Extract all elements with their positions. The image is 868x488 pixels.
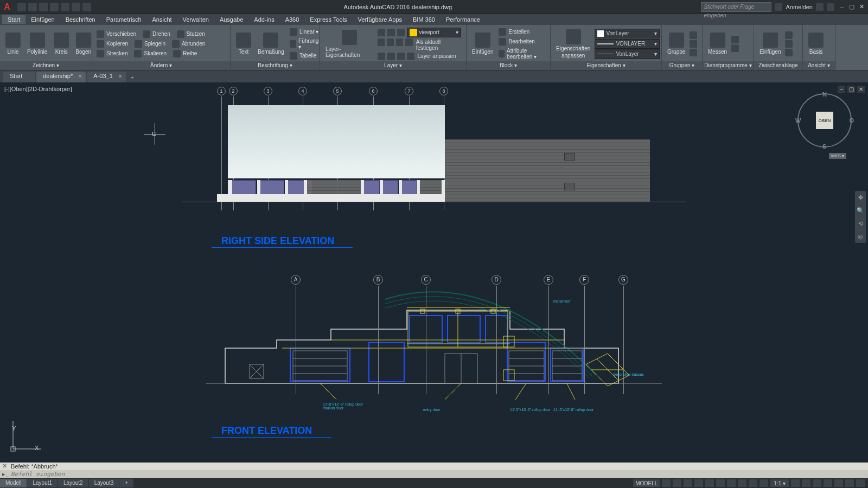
filetab-close-icon[interactable]: ✕ (78, 74, 82, 79)
copy-clip-icon[interactable] (785, 40, 793, 48)
layer-icon-3[interactable] (378, 38, 385, 46)
layer-icon-6[interactable] (405, 38, 412, 46)
viewcube-e[interactable]: O (849, 117, 854, 124)
group-ungroup-icon[interactable] (690, 40, 697, 48)
layer-freeze-icon[interactable] (387, 29, 395, 36)
panel-block-title[interactable]: Block ▾ (467, 61, 550, 70)
dynamic-toggle-icon[interactable] (760, 479, 768, 487)
filetab-start[interactable]: Start (3, 72, 35, 82)
viewcube[interactable]: N S O W OBEN (797, 93, 852, 147)
layer-icon-8[interactable] (387, 53, 395, 60)
qat-save-icon[interactable] (39, 3, 48, 11)
cmd-close-icon[interactable]: ✕ (2, 463, 9, 470)
stretch-button[interactable]: Strecken (95, 49, 129, 58)
measure-button[interactable]: Messen (706, 31, 729, 56)
matchlayer-button[interactable]: Layer anpassen (417, 53, 457, 60)
copy-button[interactable]: Kopieren (95, 40, 129, 48)
lweight-toggle-icon[interactable] (727, 479, 736, 487)
layer-icon-4[interactable] (387, 38, 394, 46)
cycling-toggle-icon[interactable] (749, 479, 757, 487)
app-logo[interactable]: A (0, 0, 14, 14)
panel-anno-title[interactable]: Beschriftung ▾ (231, 61, 320, 70)
arc-button[interactable]: Bogen (73, 31, 93, 56)
layer-lock-icon[interactable] (397, 29, 405, 36)
zoom-icon[interactable]: 🔍 (855, 204, 866, 217)
color-dropdown[interactable]: VonLayer▾ (595, 29, 660, 38)
ortho-toggle-icon[interactable] (684, 479, 692, 487)
linetype-dropdown[interactable]: VonLayer▾ (595, 49, 660, 59)
filetab-close-icon[interactable]: ✕ (118, 74, 123, 79)
qat-undo-icon[interactable] (72, 3, 80, 11)
util-icon-1[interactable] (731, 36, 739, 43)
command-input[interactable] (11, 471, 866, 478)
tab-beschriften[interactable]: Beschriften (60, 15, 101, 24)
status-model[interactable]: MODELL (633, 479, 660, 487)
add-layout-button[interactable]: + (119, 479, 133, 487)
group-edit-icon[interactable] (690, 31, 697, 39)
layer-dropdown[interactable]: viewport▾ (407, 28, 461, 37)
exchange-icon[interactable] (816, 3, 824, 11)
rotate-button[interactable]: Drehen (142, 30, 171, 38)
minimize-button[interactable]: – (838, 3, 846, 11)
grid-toggle-icon[interactable] (662, 479, 671, 487)
trim-button[interactable]: Stutzen (176, 30, 206, 38)
filetab-dealership[interactable]: dealership*✕ (36, 72, 86, 82)
annotation-monitor-icon[interactable] (813, 479, 821, 487)
help-icon[interactable] (827, 3, 834, 11)
customize-icon[interactable] (856, 479, 865, 487)
tab-performance[interactable]: Performance (441, 15, 486, 24)
tab-verwalten[interactable]: Verwalten (177, 15, 214, 24)
array-button[interactable]: Reihe (172, 49, 198, 58)
layer-icon-9[interactable] (397, 53, 405, 60)
tab-model[interactable]: Modell (0, 479, 27, 487)
qat-open-icon[interactable] (28, 3, 37, 11)
qat-redo-icon[interactable] (82, 3, 91, 11)
steering-icon[interactable]: ◎ (855, 230, 866, 243)
group-select-icon[interactable] (690, 49, 697, 56)
transparency-toggle-icon[interactable] (738, 479, 746, 487)
create-block-button[interactable]: Erstellen (497, 28, 547, 36)
tab-apps[interactable]: Verfügbare Apps (353, 15, 407, 24)
osnap-toggle-icon[interactable] (705, 479, 714, 487)
util-icon-2[interactable] (731, 44, 739, 52)
tab-parametrisch[interactable]: Parametrisch (101, 15, 147, 24)
tab-ausgabe[interactable]: Ausgabe (214, 15, 248, 24)
viewport-label[interactable]: [-][Oben][2D-Drahtkörper] (4, 86, 72, 92)
layer-icon-7[interactable] (378, 53, 385, 60)
tab-a360[interactable]: A360 (280, 15, 305, 24)
group-button[interactable]: Gruppe (665, 31, 687, 56)
pan-icon[interactable]: ✥ (855, 191, 866, 204)
close-button[interactable]: ✕ (857, 3, 866, 11)
insert-button[interactable]: Einfügen (470, 31, 495, 56)
polar-toggle-icon[interactable] (694, 479, 703, 487)
layer-bulb-icon[interactable] (378, 29, 385, 36)
workspace-icon[interactable] (802, 479, 810, 487)
edit-block-button[interactable]: Bearbeiten (497, 37, 547, 46)
baseview-button[interactable]: Basis (806, 31, 826, 56)
copy-base-icon[interactable] (785, 49, 793, 56)
layer-icon-5[interactable] (396, 38, 403, 46)
dimension-button[interactable]: Bemaßung (256, 31, 286, 56)
polyline-button[interactable]: Polylinie (25, 31, 49, 56)
signin-label[interactable]: Anmelden (786, 4, 813, 10)
tab-layout3[interactable]: Layout3 (89, 479, 119, 487)
tab-ansicht[interactable]: Ansicht (147, 15, 177, 24)
isolate-icon[interactable] (834, 479, 843, 487)
circle-button[interactable]: Kreis (52, 31, 71, 56)
panel-view-title[interactable]: Ansicht ▾ (803, 61, 835, 70)
qat-print-icon[interactable] (61, 3, 69, 11)
snap-toggle-icon[interactable] (673, 479, 681, 487)
cleanscreen-icon[interactable] (845, 479, 854, 487)
orbit-icon[interactable]: ⟲ (855, 217, 866, 230)
tab-addins[interactable]: Add-ins (248, 15, 279, 24)
viewcube-n[interactable]: N (822, 91, 827, 98)
panel-modify-title[interactable]: Ändern ▾ (92, 61, 230, 70)
tab-layout2[interactable]: Layout2 (58, 479, 88, 487)
tab-layout1[interactable]: Layout1 (27, 479, 58, 487)
tab-expresstools[interactable]: Express Tools (304, 15, 352, 24)
add-filetab-button[interactable]: + (127, 73, 138, 82)
matchprops-button[interactable]: Eigenschaftenanpassen (554, 28, 592, 60)
lineweight-dropdown[interactable]: VONLAYER▾ (595, 39, 660, 49)
scale-button[interactable]: Skalieren (133, 49, 168, 58)
filetab-a031[interactable]: A-03_1✕ (87, 72, 125, 82)
